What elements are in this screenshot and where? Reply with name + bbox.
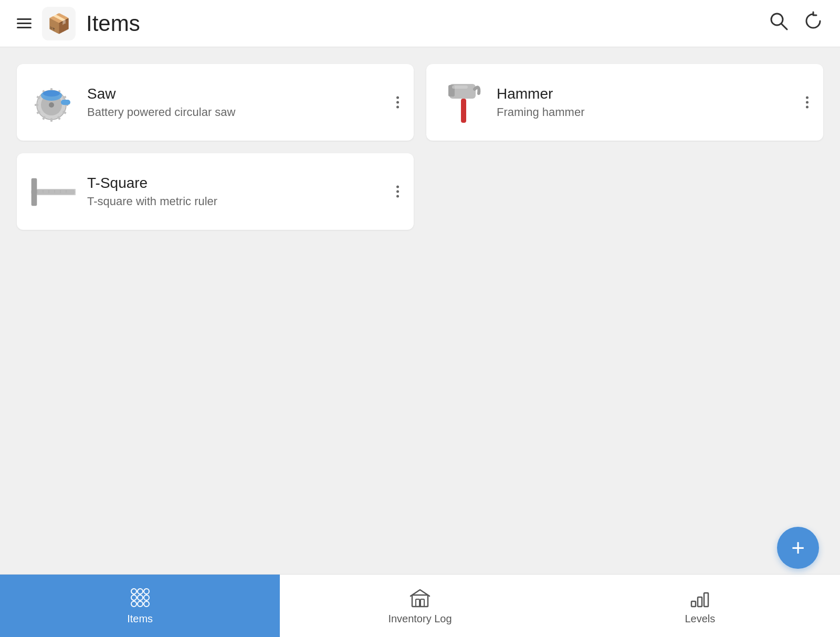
header-left: 📦 Items [17, 7, 769, 40]
item-menu-hammer[interactable] [802, 92, 813, 113]
refresh-icon[interactable] [803, 11, 823, 36]
item-name-tsquare: T-Square [87, 175, 401, 192]
item-info-hammer: Hammer Framing hammer [497, 86, 811, 119]
svg-point-34 [138, 589, 143, 594]
item-name-saw: Saw [87, 86, 401, 102]
svg-rect-14 [35, 104, 38, 106]
page-title: Items [86, 11, 140, 36]
nav-item-levels[interactable]: Levels [560, 575, 840, 637]
svg-point-4 [49, 102, 54, 108]
svg-point-39 [131, 601, 136, 607]
svg-rect-19 [61, 100, 70, 105]
item-name-hammer: Hammer [497, 86, 811, 102]
item-desc-saw: Battery powered circular saw [87, 105, 401, 119]
svg-point-40 [138, 601, 143, 607]
svg-rect-43 [416, 599, 419, 607]
svg-rect-45 [691, 601, 696, 607]
search-icon[interactable] [769, 11, 789, 36]
svg-point-37 [138, 595, 143, 600]
header-actions [769, 11, 823, 36]
svg-point-33 [131, 589, 136, 594]
svg-point-36 [131, 595, 136, 600]
nav-label-inventory-log: Inventory Log [388, 613, 452, 625]
svg-point-18 [43, 90, 60, 97]
item-menu-tsquare[interactable] [392, 182, 403, 202]
nav-label-levels: Levels [685, 613, 715, 625]
item-desc-tsquare: T-square with metric ruler [87, 195, 401, 208]
svg-rect-31 [32, 178, 37, 206]
item-info-saw: Saw Battery powered circular saw [87, 86, 401, 119]
svg-rect-44 [421, 599, 424, 607]
item-image-tsquare [29, 168, 77, 215]
app-icon: 📦 [42, 7, 76, 40]
svg-rect-23 [452, 86, 468, 89]
svg-point-41 [144, 601, 149, 607]
item-card-saw[interactable]: Saw Battery powered circular saw [17, 64, 414, 141]
svg-point-38 [144, 595, 149, 600]
item-desc-hammer: Framing hammer [497, 105, 811, 119]
svg-rect-20 [461, 99, 466, 123]
svg-rect-11 [50, 118, 52, 122]
svg-rect-32 [37, 189, 76, 195]
svg-line-1 [781, 24, 787, 29]
item-image-hammer [439, 79, 486, 126]
svg-rect-46 [698, 597, 702, 607]
svg-rect-47 [704, 593, 708, 607]
main-content: Saw Battery powered circular saw [0, 47, 840, 574]
item-card-tsquare[interactable]: T-Square T-square with metric ruler [17, 153, 414, 230]
nav-label-items: Items [127, 613, 153, 625]
nav-item-inventory-log[interactable]: Inventory Log [280, 575, 560, 637]
item-card-hammer[interactable]: Hammer Framing hammer [426, 64, 823, 141]
item-menu-saw[interactable] [392, 92, 403, 113]
items-grid: Saw Battery powered circular saw [17, 64, 823, 230]
nav-item-items[interactable]: Items [0, 575, 280, 637]
item-info-tsquare: T-Square T-square with metric ruler [87, 175, 401, 208]
svg-point-35 [144, 589, 149, 594]
hamburger-menu-icon[interactable] [17, 18, 32, 28]
app-header: 📦 Items [0, 0, 840, 47]
item-image-saw [29, 79, 77, 126]
add-item-fab[interactable]: + [777, 527, 819, 569]
bottom-nav: Items Inventory Log Levels [0, 574, 840, 637]
